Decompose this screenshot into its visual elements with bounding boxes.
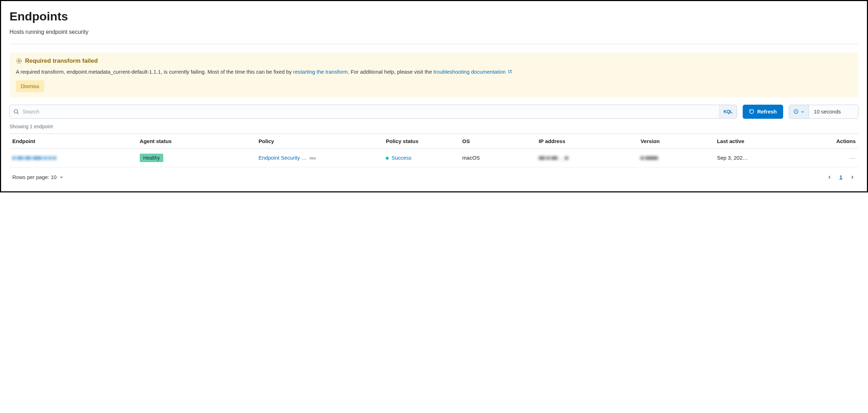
- table-row: ■ ■■ ■■ ■■■ ■ ■ ■ Healthy Endpoint Secur…: [10, 148, 858, 167]
- os-value: macOS: [462, 155, 480, 161]
- interval-picker-button[interactable]: [789, 105, 809, 118]
- callout-text-1: A required transform, endpoint.metadata_…: [16, 69, 293, 75]
- policy-status-link[interactable]: Success: [391, 155, 411, 161]
- showing-count: Showing 1 endpoint: [10, 124, 858, 129]
- rows-per-page-label: Rows per page: 10: [12, 174, 57, 180]
- col-version[interactable]: Version: [638, 134, 714, 148]
- table-header-row: Endpoint Agent status Policy Policy stat…: [10, 134, 858, 148]
- prev-page-button[interactable]: [826, 174, 833, 181]
- last-active-value: Sep 3, 202…: [717, 155, 748, 161]
- agent-status-badge: Healthy: [140, 154, 163, 162]
- col-os[interactable]: OS: [459, 134, 536, 148]
- refresh-button[interactable]: Refresh: [743, 105, 783, 119]
- page-number[interactable]: 1: [839, 174, 842, 180]
- col-endpoint[interactable]: Endpoint: [10, 134, 137, 148]
- table-footer: Rows per page: 10 1: [10, 167, 858, 183]
- controls-row: KQL Refresh 10 seconds: [10, 105, 858, 119]
- refresh-icon: [749, 109, 754, 114]
- row-actions-button[interactable]: ▫▫▫: [850, 156, 856, 160]
- restart-transform-link[interactable]: restarting the transform: [293, 69, 348, 75]
- col-ip-address[interactable]: IP address: [536, 134, 637, 148]
- version-value: ■ ■■■■: [641, 155, 658, 161]
- kql-toggle[interactable]: KQL: [719, 105, 737, 118]
- svg-point-2: [14, 110, 18, 113]
- chevron-down-icon: [801, 110, 804, 113]
- callout-text-2: . For additional help, please visit the: [348, 69, 433, 75]
- chevron-down-icon: [59, 175, 63, 179]
- interval-label: 10 seconds: [809, 105, 858, 118]
- endpoint-link[interactable]: ■ ■■ ■■ ■■■ ■ ■ ■: [12, 155, 56, 161]
- search-input[interactable]: [23, 105, 719, 118]
- next-page-button[interactable]: [849, 174, 856, 181]
- col-last-active[interactable]: Last active: [714, 134, 799, 148]
- troubleshooting-link-text: troubleshooting documentation: [433, 69, 505, 75]
- col-actions: Actions: [799, 134, 858, 148]
- pagination: 1: [826, 174, 856, 181]
- endpoints-table: Endpoint Agent status Policy Policy stat…: [10, 134, 858, 167]
- clock-icon: [793, 109, 799, 114]
- warning-callout: Required transform failed A required tra…: [10, 53, 858, 98]
- refresh-label: Refresh: [757, 109, 777, 115]
- refresh-interval: 10 seconds: [789, 105, 858, 119]
- rows-per-page-selector[interactable]: Rows per page: 10: [12, 174, 63, 180]
- col-policy[interactable]: Policy: [256, 134, 383, 148]
- search-icon: [10, 109, 23, 115]
- divider: [10, 44, 858, 44]
- troubleshooting-link[interactable]: troubleshooting documentation: [433, 69, 512, 75]
- success-dot-icon: [386, 157, 389, 160]
- svg-point-0: [17, 58, 21, 63]
- search-box: KQL: [10, 105, 737, 119]
- callout-title: Required transform failed: [25, 57, 98, 64]
- external-link-icon: [507, 69, 512, 75]
- col-agent-status[interactable]: Agent status: [137, 134, 256, 148]
- svg-point-1: [18, 60, 20, 62]
- col-policy-status[interactable]: Policy status: [383, 134, 459, 148]
- policy-link[interactable]: Endpoint Security …: [258, 155, 307, 161]
- ip-address-value: ■■ ■ ■■ , , ■: [539, 155, 568, 161]
- policy-revision: rev: [309, 155, 316, 161]
- page-title: Endpoints: [10, 10, 858, 23]
- page-subtitle: Hosts running endpoint security: [10, 29, 858, 35]
- dismiss-button[interactable]: Dismiss: [16, 80, 44, 92]
- alert-icon: [16, 58, 22, 64]
- callout-body: A required transform, endpoint.metadata_…: [16, 68, 853, 76]
